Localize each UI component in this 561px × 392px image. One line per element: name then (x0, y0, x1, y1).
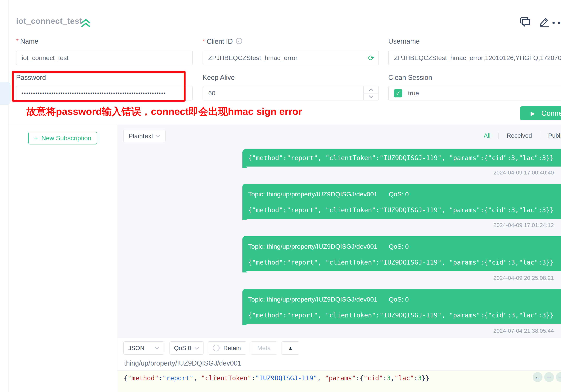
tab-separator (498, 133, 499, 139)
stepper-down-icon[interactable] (364, 94, 378, 100)
page-title: iot_connect_test (16, 17, 82, 26)
tab-all[interactable]: All (484, 132, 491, 139)
connect-button[interactable]: ▶ Connect (520, 106, 561, 120)
retain-radio-icon (213, 345, 220, 351)
message-topic: Topic: thing/up/property/IUZ9DQISGJ/dev0… (248, 236, 561, 250)
refresh-icon[interactable]: ⟳ (368, 54, 374, 62)
message-topic: Topic: thing/up/property/IUZ9DQISGJ/dev0… (248, 184, 561, 198)
message-bubble[interactable]: Topic: thing/up/property/IUZ9DQISGJ/dev0… (242, 289, 561, 324)
publish-payload-code[interactable]: {"method":"report", "clientToken":"IUZ9D… (124, 374, 429, 382)
annotation-text: 故意将password输入错误，connect即会出现hmac sign err… (26, 105, 302, 118)
chevron-down-icon (155, 133, 160, 139)
edit-pencil-icon[interactable] (539, 17, 550, 28)
bubble-tail (242, 215, 247, 220)
tab-received[interactable]: Received (507, 132, 532, 139)
chevron-down-icon (155, 345, 159, 351)
chevron-down-icon (194, 345, 199, 351)
message-payload: {"method":"report", "clientToken":"IUZ9D… (248, 250, 561, 266)
bubble-tail (242, 320, 247, 325)
message-timestamp: 2024-07-04 21:38:05:44 (493, 328, 554, 334)
collapse-editor-button[interactable]: − (544, 372, 554, 382)
clean-session-checkbox[interactable]: ✓ (394, 89, 402, 97)
message-qos: QoS: 0 (389, 243, 409, 250)
minus-icon: − (547, 373, 551, 381)
left-rail (0, 0, 9, 392)
number-stepper[interactable] (363, 86, 378, 100)
annotation-rectangle (12, 71, 185, 102)
message-topic: Topic: thing/up/property/IUZ9DQISGJ/dev0… (248, 289, 561, 303)
tab-separator (540, 133, 540, 139)
keep-alive-label: Keep Alive (203, 74, 235, 82)
message-timestamp: 2024-04-09 20:25:08:21 (493, 275, 554, 281)
message-payload: {"method":"report", "clientToken":"IUZ9D… (248, 149, 561, 162)
message-bubble[interactable]: {"method":"report", "clientToken":"IUZ9D… (242, 149, 561, 167)
publish-topic-input[interactable]: thing/up/property/IUZ9DQISGJ/dev001 (124, 359, 241, 367)
name-input[interactable]: iot_connect_test (16, 51, 193, 65)
clean-session-field: ✓ true (388, 86, 561, 100)
bubble-tail (242, 163, 247, 168)
message-payload: {"method":"report", "clientToken":"IUZ9D… (248, 198, 561, 214)
publish-qos-select[interactable]: QoS 0 (170, 341, 204, 355)
plus-icon: + (34, 134, 38, 142)
more-menu-icon[interactable]: ••• (552, 18, 561, 28)
stepper-up-icon[interactable] (364, 86, 378, 94)
bubble-tail (242, 268, 247, 273)
clock-icon (236, 37, 243, 46)
message-timestamp: 2024-04-09 17:01:24:12 (493, 222, 554, 228)
double-chevron-up-icon[interactable] (81, 19, 91, 28)
payload-format-select[interactable]: Plaintext (123, 130, 165, 142)
clean-session-value: true (408, 89, 419, 97)
collapse-publish-button[interactable]: ▲ (281, 341, 299, 355)
minus-icon: − (559, 373, 561, 381)
message-bubble[interactable]: Topic: thing/up/property/IUZ9DQISGJ/dev0… (242, 236, 561, 271)
left-edge-highlight[interactable] (0, 82, 11, 105)
sidebar-divider (117, 125, 117, 392)
triangle-up-icon: ▲ (288, 345, 293, 351)
username-input[interactable]: ZPJHBEQCZStest_hmac_error;12010126;YHGFQ… (388, 51, 561, 65)
keep-alive-input[interactable]: 60 (203, 86, 379, 100)
client-id-label: *Client ID (203, 37, 243, 46)
scroll-back-button[interactable]: ← (533, 372, 542, 382)
message-timestamp: 2024-04-09 17:00:40:40 (493, 169, 554, 176)
clean-session-label: Clean Session (388, 74, 432, 82)
new-subscription-button[interactable]: + New Subscription (28, 132, 97, 144)
retain-toggle[interactable]: Retain (208, 341, 246, 355)
tab-published[interactable]: Published (548, 132, 561, 139)
message-qos: QoS: 0 (389, 191, 409, 198)
chat-messages-icon[interactable] (519, 17, 530, 28)
message-qos: QoS: 0 (389, 296, 409, 303)
message-payload: {"method":"report", "clientToken":"IUZ9D… (248, 303, 561, 319)
username-label: Username (388, 37, 420, 45)
message-bubble[interactable]: Topic: thing/up/property/IUZ9DQISGJ/dev0… (242, 184, 561, 219)
play-icon: ▶ (530, 110, 535, 117)
client-id-input[interactable]: ZPJHBEQCZStest_hmac_error⟳ (203, 51, 379, 65)
mqtt-client-window: iot_connect_test ••• *Name iot_connect_t… (0, 0, 561, 392)
publish-format-select[interactable]: JSON (123, 341, 164, 355)
name-label: *Name (16, 37, 38, 45)
meta-button[interactable]: Meta (251, 341, 277, 355)
left-arrow-icon: ← (534, 373, 541, 381)
message-filter-tabs: All Received Published (484, 132, 561, 139)
